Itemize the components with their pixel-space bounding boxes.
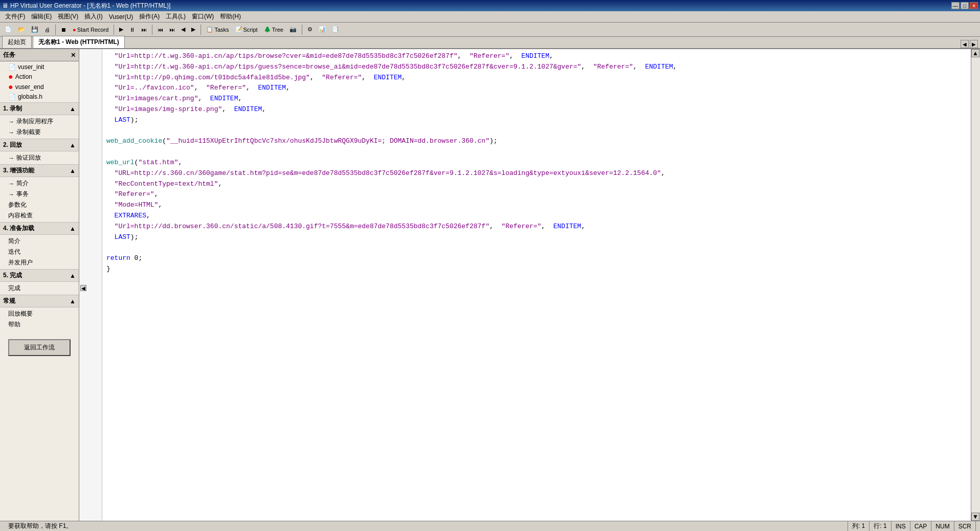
group-1-header[interactable]: 1. 录制 ▲ — [0, 102, 79, 115]
scroll-track — [971, 57, 980, 513]
options-button-1[interactable]: ⚙ — [305, 24, 315, 35]
close-button[interactable]: ✕ — [970, 2, 978, 9]
group-4-title: 4. 准备加载 — [3, 224, 34, 233]
sidebar-item-enhance-intro[interactable]: → 简介 — [0, 178, 79, 189]
save-button[interactable]: 💾 — [29, 24, 41, 35]
group-3-title: 3. 增强功能 — [3, 166, 34, 175]
group-2-title: 2. 回放 — [3, 141, 22, 149]
open-button[interactable]: 📂 — [15, 24, 28, 35]
snapshot-button[interactable]: 📷 — [287, 24, 299, 35]
group-4-header[interactable]: 4. 准备加载 ▲ — [0, 222, 79, 235]
minimize-button[interactable]: — — [951, 2, 960, 9]
tab-next-arrow[interactable]: ▶ — [970, 40, 978, 48]
sidebar-item-record-app[interactable]: → 录制应用程序 — [0, 116, 79, 127]
status-ins-text: INS — [896, 523, 906, 530]
sidebar-item-action[interactable]: ● Action — [0, 72, 79, 82]
group-1-items: → 录制应用程序 → 录制截要 — [0, 115, 79, 139]
tree-panel-toggle[interactable]: ◀ — [80, 285, 86, 291]
title-bar: 🖥 HP Virtual User Generator - [无名称1 - We… — [0, 0, 980, 11]
sidebar-item-transaction[interactable]: → 事务 — [0, 189, 79, 200]
sidebar-item-vuser-end[interactable]: ● vuser_end — [0, 82, 79, 92]
nav-forward-button[interactable]: ▶ — [189, 24, 198, 35]
menu-tools[interactable]: 工具(L) — [163, 11, 189, 22]
toolbar-sep-1 — [55, 25, 56, 35]
app-icon: 🖥 — [2, 2, 8, 9]
options-button-2[interactable]: 📊 — [316, 24, 328, 35]
sidebar-item-iteration[interactable]: 迭代 — [0, 247, 79, 257]
nav-back-button[interactable]: ◀ — [179, 24, 188, 35]
menu-window[interactable]: 窗口(W) — [189, 11, 217, 22]
group-6-header[interactable]: 常规 ▲ — [0, 295, 79, 307]
menu-help[interactable]: 帮助(H) — [217, 11, 244, 22]
action-dot-icon: ● — [8, 73, 13, 81]
group-1-collapse-icon: ▲ — [70, 105, 76, 113]
tab-project[interactable]: 无名称1 - Web (HTTP/HTML) — [33, 36, 125, 48]
script-icon: 📝 — [235, 26, 242, 33]
sidebar-item-concurrent-users[interactable]: 并发用户 — [0, 257, 79, 268]
concurrent-users-label: 并发用户 — [8, 258, 33, 267]
sidebar-item-vuser-init[interactable]: 📄 vuser_init — [0, 62, 79, 72]
menu-edit[interactable]: 编辑(E) — [28, 11, 55, 22]
status-hint: 要获取帮助，请按 F1。 — [4, 521, 848, 531]
sidebar-item-content-check[interactable]: 内容检查 — [0, 210, 79, 221]
title-text: HP Virtual User Generator - [无名称1 - Web … — [10, 2, 170, 10]
record-stop-button[interactable]: ⏹ — [58, 24, 69, 35]
tab-home[interactable]: 起始页 — [2, 36, 32, 48]
script-button[interactable]: 📝 Script — [233, 24, 260, 35]
sidebar-item-replay-summary[interactable]: 回放概要 — [0, 308, 79, 319]
tasks-label: Tasks — [214, 27, 229, 33]
forward-button[interactable]: ⏭ — [167, 24, 177, 35]
tree-button[interactable]: 🌲 Tree — [261, 24, 286, 35]
vuser-end-dot-icon: ● — [8, 83, 13, 91]
menu-vuser[interactable]: Vuser(U) — [106, 12, 137, 21]
iteration-label: 迭代 — [8, 248, 20, 256]
file-tree-section: 📄 vuser_init ● Action ● vuser_end 📄 glob… — [0, 61, 79, 102]
group-3-header[interactable]: 3. 增强功能 ▲ — [0, 164, 79, 177]
tree-panel: ◀ — [79, 49, 102, 521]
code-editor[interactable]: "Url=http://t.wg.360-api.cn/ap/tips/brow… — [102, 49, 971, 521]
menu-file[interactable]: 文件(F) — [2, 11, 28, 22]
sidebar-item-complete[interactable]: 完成 — [0, 283, 79, 294]
complete-label: 完成 — [8, 284, 20, 293]
sidebar-item-record-summary[interactable]: → 录制截要 — [0, 127, 79, 138]
options-button-3[interactable]: 📑 — [329, 24, 342, 35]
menu-view[interactable]: 视图(V) — [55, 11, 81, 22]
group-5-header[interactable]: 5. 完成 ▲ — [0, 269, 79, 282]
sidebar-item-verify-replay[interactable]: → 验证回放 — [0, 152, 79, 163]
status-num: NUM — [931, 521, 954, 531]
group-5-items: 完成 — [0, 282, 79, 295]
start-record-button[interactable]: ● Start Record — [70, 24, 111, 35]
replay-summary-label: 回放概要 — [8, 309, 33, 318]
sidebar-close-button[interactable]: ✕ — [71, 52, 76, 59]
status-col-text: 列: 1 — [852, 522, 865, 530]
sidebar-item-load-intro[interactable]: 简介 — [0, 236, 79, 247]
step-button[interactable]: ⏭ — [139, 24, 149, 35]
main-layout: 任务 ✕ 📄 vuser_init ● Action ● vuser_end 📄… — [0, 49, 980, 521]
maximize-button[interactable]: □ — [961, 2, 969, 9]
start-record-label: Start Record — [77, 27, 109, 33]
scroll-up-button[interactable]: ▲ — [971, 49, 979, 57]
arrow-icon-5: → — [8, 191, 14, 198]
pause-button[interactable]: ⏸ — [127, 24, 138, 35]
tasks-button[interactable]: 📋 Tasks — [204, 24, 231, 35]
sidebar-item-help[interactable]: 帮助 — [0, 319, 79, 330]
tab-prev-arrow[interactable]: ◀ — [961, 40, 969, 48]
group-2-header[interactable]: 2. 回放 ▲ — [0, 139, 79, 151]
menu-action[interactable]: 操作(A) — [136, 11, 163, 22]
group-4-items: 简介 迭代 并发用户 — [0, 235, 79, 269]
new-button[interactable]: 📄 — [2, 24, 14, 35]
return-workflow-button[interactable]: 返回工作流 — [8, 339, 71, 356]
scroll-down-button[interactable]: ▼ — [971, 513, 979, 521]
toolbar: 📄 📂 💾 🖨 ⏹ ● Start Record ▶ ⏸ ⏭ ⏮ ⏭ ◀ ▶ 📋… — [0, 23, 980, 37]
print-button[interactable]: 🖨 — [42, 24, 53, 35]
record-icon: ● — [73, 27, 76, 33]
sidebar-item-parameterize[interactable]: 参数化 — [0, 200, 79, 210]
run-button[interactable]: ▶ — [117, 24, 126, 35]
menu-insert[interactable]: 插入(I) — [81, 11, 105, 22]
enhance-intro-label: 简介 — [16, 179, 29, 188]
content-check-label: 内容检查 — [8, 211, 33, 220]
sidebar: 任务 ✕ 📄 vuser_init ● Action ● vuser_end 📄… — [0, 49, 79, 521]
back-button[interactable]: ⏮ — [155, 24, 166, 35]
verify-replay-label: 验证回放 — [16, 153, 41, 162]
sidebar-item-globals[interactable]: 📄 globals.h — [0, 92, 79, 101]
